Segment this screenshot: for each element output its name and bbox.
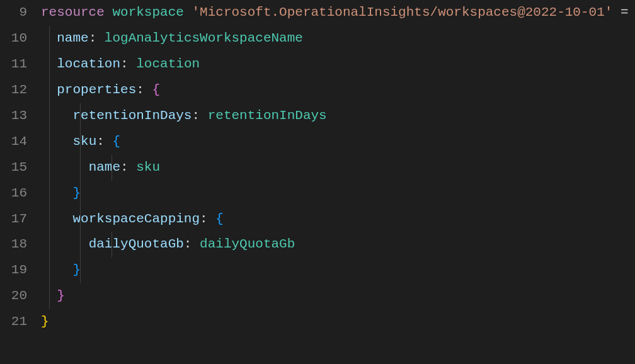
code-line: properties: { — [41, 77, 635, 103]
keyword-resource: resource — [41, 5, 105, 20]
property-retentionInDays: retentionInDays — [72, 108, 192, 123]
line-number: 21 — [0, 309, 27, 335]
line-number: 20 — [0, 283, 27, 309]
line-number: 14 — [0, 129, 27, 155]
string-resource-type: 'Microsoft.OperationalInsights/workspace… — [192, 5, 612, 20]
value-sku: sku — [136, 160, 160, 174]
brace-close: } — [57, 288, 65, 303]
code-line: } — [41, 181, 635, 207]
code-line: } — [41, 309, 635, 335]
code-line: name: sku — [41, 155, 635, 181]
line-number: 10 — [0, 26, 27, 52]
property-sku: sku — [72, 134, 96, 149]
value-dailyQuotaGb: dailyQuotaGb — [200, 237, 295, 251]
line-number: 19 — [0, 258, 27, 283]
code-line: resource workspace 'Microsoft.Operationa… — [41, 0, 635, 26]
value-location: location — [136, 57, 200, 71]
line-number: 17 — [0, 207, 27, 232]
brace-close: } — [41, 314, 49, 329]
property-properties: properties — [57, 82, 136, 97]
line-number: 11 — [0, 52, 27, 77]
property-name: name — [57, 31, 88, 45]
brace-open: { — [152, 82, 160, 97]
line-number: 9 — [0, 0, 27, 26]
property-sku-name: name — [89, 160, 120, 174]
code-line: location: location — [41, 52, 635, 77]
line-number: 12 — [0, 77, 27, 103]
line-number: 13 — [0, 103, 27, 129]
value-retentionInDays: retentionInDays — [208, 108, 327, 123]
brace-open: { — [215, 212, 224, 226]
line-number: 15 — [0, 155, 27, 181]
line-number: 18 — [0, 232, 27, 258]
code-content[interactable]: resource workspace 'Microsoft.Operationa… — [41, 0, 635, 364]
code-editor[interactable]: 9 10 11 12 13 14 15 16 17 18 19 20 21 re… — [0, 0, 635, 364]
value-logAnalyticsWorkspaceName: logAnalyticsWorkspaceName — [105, 31, 303, 45]
line-number: 16 — [0, 181, 27, 207]
property-workspaceCapping: workspaceCapping — [72, 212, 200, 226]
code-line: name: logAnalyticsWorkspaceName — [41, 26, 635, 52]
code-line: retentionInDays: retentionInDays — [41, 103, 635, 129]
code-line: } — [41, 283, 635, 309]
operator-equals: = — [612, 5, 635, 20]
identifier-workspace: workspace — [112, 5, 183, 20]
property-location: location — [57, 57, 120, 71]
code-line: dailyQuotaGb: dailyQuotaGb — [41, 232, 635, 258]
line-number-gutter: 9 10 11 12 13 14 15 16 17 18 19 20 21 — [0, 0, 41, 364]
brace-open: { — [112, 134, 120, 149]
property-dailyQuotaGb: dailyQuotaGb — [89, 237, 184, 251]
code-line: sku: { — [41, 129, 635, 155]
code-line: } — [41, 258, 635, 283]
code-line: workspaceCapping: { — [41, 207, 635, 232]
